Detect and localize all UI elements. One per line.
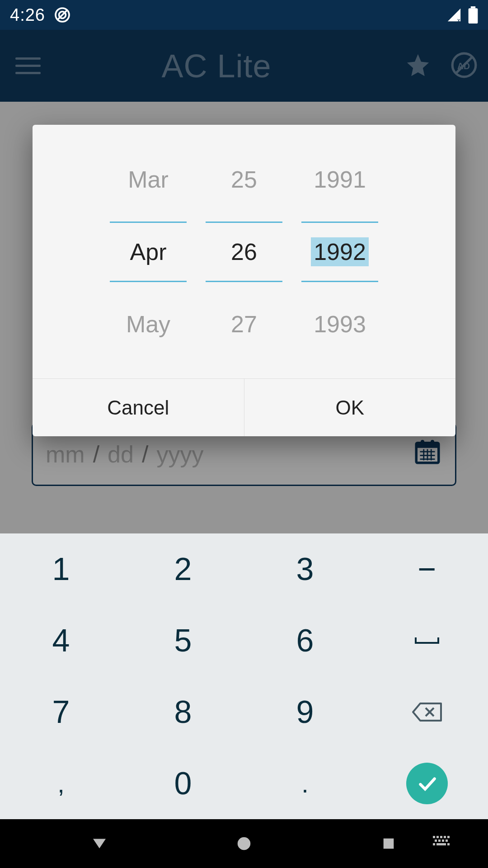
ok-button[interactable]: OK bbox=[244, 379, 456, 436]
system-nav-bar bbox=[0, 819, 488, 868]
key-backspace[interactable] bbox=[366, 676, 488, 748]
svg-rect-33 bbox=[436, 843, 446, 845]
status-left: 4:26 bbox=[10, 5, 71, 25]
nav-back-button[interactable] bbox=[72, 834, 127, 853]
month-next[interactable]: May bbox=[126, 288, 170, 360]
status-bar: 4:26 x bbox=[0, 0, 488, 30]
svg-rect-4 bbox=[471, 6, 475, 8]
nav-home-button[interactable] bbox=[217, 835, 271, 852]
date-picker-dialog: Mar Apr May 25 26 27 1991 1992 1993 Canc… bbox=[33, 125, 455, 436]
battery-icon bbox=[468, 6, 478, 24]
svg-rect-32 bbox=[433, 843, 435, 845]
key-1[interactable]: 1 bbox=[0, 533, 122, 605]
day-wheel[interactable]: 25 26 27 bbox=[196, 143, 292, 360]
key-comma[interactable]: , bbox=[0, 748, 122, 819]
clock-text: 4:26 bbox=[10, 5, 45, 25]
numeric-keyboard: 1 2 3 − 4 5 6 7 8 9 , 0 . bbox=[0, 533, 488, 819]
svg-rect-28 bbox=[435, 840, 437, 842]
key-enter[interactable] bbox=[366, 748, 488, 819]
year-selected: 1992 bbox=[301, 222, 378, 282]
svg-rect-31 bbox=[446, 840, 448, 842]
month-prev[interactable]: Mar bbox=[128, 143, 169, 216]
svg-rect-24 bbox=[436, 836, 439, 838]
svg-rect-23 bbox=[433, 836, 435, 838]
year-prev[interactable]: 1991 bbox=[314, 143, 366, 216]
key-9[interactable]: 9 bbox=[244, 676, 366, 748]
year-next[interactable]: 1993 bbox=[314, 288, 366, 360]
signal-icon: x bbox=[446, 7, 462, 23]
cancel-button[interactable]: Cancel bbox=[33, 379, 244, 436]
svg-rect-29 bbox=[438, 840, 441, 842]
key-8[interactable]: 8 bbox=[122, 676, 244, 748]
key-dot[interactable]: . bbox=[244, 748, 366, 819]
day-next[interactable]: 27 bbox=[231, 288, 257, 360]
key-space[interactable] bbox=[366, 605, 488, 676]
key-7[interactable]: 7 bbox=[0, 676, 122, 748]
year-wheel[interactable]: 1991 1992 1993 bbox=[292, 143, 388, 360]
day-selected: 26 bbox=[206, 222, 282, 282]
key-dash[interactable]: − bbox=[366, 533, 488, 605]
date-picker-wheels: Mar Apr May 25 26 27 1991 1992 1993 bbox=[33, 125, 455, 378]
key-4[interactable]: 4 bbox=[0, 605, 122, 676]
dialog-actions: Cancel OK bbox=[33, 378, 455, 436]
svg-rect-25 bbox=[440, 836, 442, 838]
key-0[interactable]: 0 bbox=[122, 748, 244, 819]
nav-keyboard-switch[interactable] bbox=[416, 836, 470, 851]
checkmark-icon bbox=[406, 763, 448, 804]
key-5[interactable]: 5 bbox=[122, 605, 244, 676]
svg-rect-27 bbox=[447, 836, 450, 838]
key-2[interactable]: 2 bbox=[122, 533, 244, 605]
dnd-icon bbox=[53, 6, 71, 24]
day-prev[interactable]: 25 bbox=[231, 143, 257, 216]
key-6[interactable]: 6 bbox=[244, 605, 366, 676]
nav-recent-button[interactable] bbox=[361, 836, 416, 851]
status-right: x bbox=[446, 6, 478, 24]
svg-rect-5 bbox=[469, 8, 478, 24]
svg-rect-22 bbox=[384, 839, 394, 849]
svg-rect-34 bbox=[447, 843, 450, 845]
svg-rect-26 bbox=[444, 836, 446, 838]
svg-text:x: x bbox=[457, 17, 460, 23]
svg-point-21 bbox=[238, 837, 251, 850]
svg-rect-30 bbox=[442, 840, 444, 842]
month-wheel[interactable]: Mar Apr May bbox=[100, 143, 196, 360]
key-3[interactable]: 3 bbox=[244, 533, 366, 605]
month-selected: Apr bbox=[110, 222, 187, 282]
